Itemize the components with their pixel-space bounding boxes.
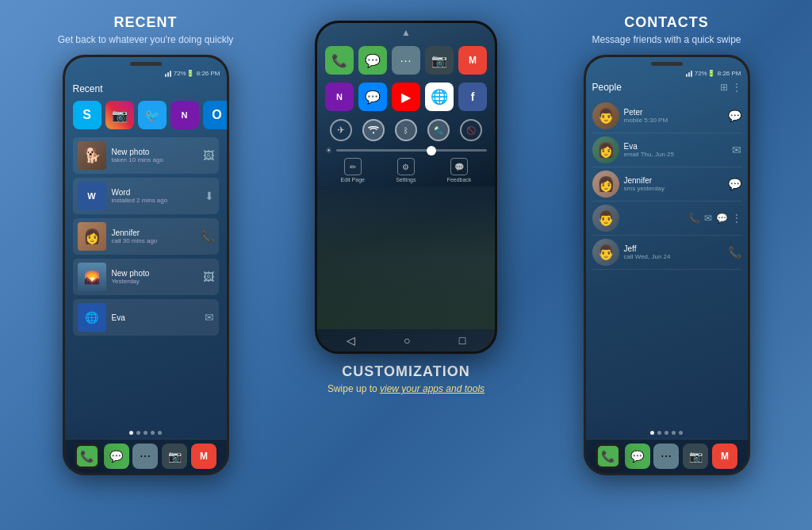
settings-icon: ⚙: [397, 158, 415, 175]
feedback-btn[interactable]: 💬 Feedback: [447, 158, 472, 182]
right-dock-phone[interactable]: 📞: [596, 444, 621, 469]
bluetooth-icon[interactable]: ᛒ: [395, 119, 417, 141]
contacts-title: People: [592, 82, 622, 93]
onenote-icon[interactable]: N: [170, 101, 199, 129]
eva-name: Eva: [624, 142, 727, 151]
word-app-icon: W: [78, 182, 106, 210]
brightness-icon: ☀: [325, 146, 332, 155]
contact-4[interactable]: 👨 📞 ✉ 💬 ⋮: [592, 202, 741, 236]
right-dock-camera[interactable]: 📷: [683, 444, 708, 469]
contact-jeff[interactable]: 👨 Jeff call Wed, Jun 24 📞: [592, 236, 741, 270]
settings-label: Settings: [396, 177, 416, 182]
settings-btn[interactable]: ⚙ Settings: [396, 158, 416, 182]
eva-name: Eva: [112, 313, 199, 322]
left-panel: RECENT Get back to whatever you're doing…: [8, 14, 283, 475]
contact4-phone-icon[interactable]: 📞: [688, 213, 700, 224]
customization-subtitle: Swipe up to view your apps and tools: [327, 383, 485, 394]
qs-bottom-row: ✏ Edit Page ⚙ Settings 💬 Feedback: [325, 158, 487, 182]
center-phone-icon[interactable]: 📞: [325, 46, 354, 75]
center-camera-icon[interactable]: 📷: [425, 46, 454, 75]
right-panel: CONTACTS Message friends with a quick sw…: [529, 14, 804, 475]
landscape-sub: Yesterday: [112, 278, 197, 285]
edit-page-icon: ✏: [344, 158, 362, 175]
contacts-header-icons: ⊞ ⋮: [720, 82, 741, 93]
jennifer-sub: sms yesterday: [624, 185, 723, 192]
eva-sub: email Thu, Jun 25: [624, 151, 727, 158]
right-subtitle: Message friends with a quick swipe: [592, 34, 741, 45]
eva-action-icon[interactable]: ✉: [732, 144, 741, 156]
contact-jennifer[interactable]: 👩 Jennifer sms yesterday 💬: [592, 167, 741, 202]
brightness-slider[interactable]: [336, 149, 487, 152]
center-youtube-icon[interactable]: ▶: [392, 83, 420, 111]
right-dock-apps[interactable]: ⋯: [653, 444, 679, 469]
center-gmail-icon[interactable]: M: [458, 46, 487, 75]
recent-item-eva[interactable]: Eva ✉: [73, 299, 219, 336]
dock-message[interactable]: 💬: [104, 444, 129, 469]
right-dock-gmail[interactable]: M: [712, 444, 737, 469]
wifi-icon[interactable]: [362, 119, 385, 141]
customization-title: CUSTOMIZATION: [327, 363, 485, 380]
back-button[interactable]: ◁: [347, 334, 355, 347]
twitter-icon[interactable]: 🐦: [138, 101, 167, 129]
contact-peter[interactable]: 👨 Peter mobile 5:30 PM 💬: [592, 99, 741, 133]
right-dock-message[interactable]: 💬: [625, 444, 650, 469]
recent-item-newphoto1[interactable]: New photo taken 10 mins ago 🖼: [73, 137, 219, 174]
right-phone: 72%🔋 8:26 PM People ⊞ ⋮ 👨: [584, 55, 750, 475]
dock-gmail[interactable]: M: [191, 444, 216, 469]
dot-1: [129, 431, 133, 435]
dock-apps[interactable]: ⋯: [132, 444, 158, 469]
contact4-email-icon[interactable]: ✉: [704, 213, 712, 224]
contact-eva[interactable]: 👩 Eva email Thu, Jun 25 ✉: [592, 133, 741, 167]
left-phone-screen: 72%🔋 8:26 PM Recent S 📷 🐦 N O: [65, 57, 227, 473]
battery-text: 72%🔋: [174, 70, 194, 77]
flashlight-icon[interactable]: 🔦: [427, 119, 450, 141]
outlook-icon[interactable]: O: [203, 101, 227, 129]
contact4-actions: 📞 ✉ 💬 ⋮: [688, 213, 741, 224]
peter-action-icon[interactable]: 💬: [728, 109, 741, 122]
recent-item-newphoto2[interactable]: New photo Yesterday 🖼: [73, 259, 219, 295]
center-msg-icon[interactable]: 💬: [358, 46, 387, 75]
center-onenote-icon[interactable]: N: [325, 83, 354, 111]
home-button[interactable]: ○: [404, 334, 410, 347]
skype-icon[interactable]: S: [73, 101, 102, 129]
contact4-more-icon[interactable]: ⋮: [732, 213, 741, 224]
right-status-bar: 72%🔋 8:26 PM: [586, 68, 748, 79]
svg-point-0: [373, 132, 374, 134]
dock-camera[interactable]: 📷: [162, 444, 187, 469]
recents-button[interactable]: □: [459, 334, 465, 347]
center-chrome-icon[interactable]: 🌐: [425, 83, 454, 111]
contact4-chat-icon[interactable]: 💬: [716, 213, 728, 224]
recent-item-jennifer[interactable]: Jennifer call 30 mins ago 📞: [73, 218, 219, 255]
eva-action-icon: ✉: [205, 311, 214, 324]
instagram-icon[interactable]: 📷: [105, 101, 134, 129]
dot-3: [144, 431, 147, 435]
center-apps-icon[interactable]: ···: [392, 46, 420, 75]
edit-page-btn[interactable]: ✏ Edit Page: [341, 158, 365, 182]
jennifer-action-icon[interactable]: 💬: [728, 178, 741, 190]
center-nav-bar: ◁ ○ □: [317, 329, 495, 351]
contact4-avatar: 👨: [592, 205, 619, 232]
edit-page-label: Edit Page: [341, 177, 365, 182]
jeff-action-icon[interactable]: 📞: [728, 246, 741, 259]
block-icon[interactable]: 🚫: [460, 119, 482, 141]
brightness-row: ☀: [325, 146, 487, 155]
grid-view-icon[interactable]: ⊞: [720, 82, 728, 93]
jennifer-name: Jennifer: [624, 176, 723, 185]
airplane-icon[interactable]: ✈: [330, 119, 352, 141]
brightness-thumb: [427, 146, 436, 156]
time-text: 8:26 PM: [197, 70, 220, 77]
jennifer-name: Jennifer: [112, 229, 195, 237]
right-dock: 📞 💬 ⋯ 📷 M: [586, 439, 748, 473]
recent-item-word[interactable]: W Word installed 2 mins ago ⬇: [73, 178, 219, 214]
center-panel: ▲ 📞 💬 ··· 📷 M N 💬 ▶ 🌐 f: [283, 14, 529, 394]
newphoto-info: New photo taken 10 mins ago: [112, 148, 197, 163]
center-facebook-icon[interactable]: f: [458, 83, 487, 111]
left-notch: [65, 57, 227, 68]
dock-phone[interactable]: 📞: [75, 444, 100, 469]
right-dot-5: [679, 431, 683, 435]
jennifer-thumb: [78, 222, 106, 251]
center-messenger-icon[interactable]: 💬: [358, 83, 387, 111]
more-options-icon[interactable]: ⋮: [732, 82, 741, 93]
center-screen: ▲ 📞 💬 ··· 📷 M N 💬 ▶ 🌐 f: [317, 23, 495, 351]
word-action-icon: ⬇: [205, 190, 214, 202]
